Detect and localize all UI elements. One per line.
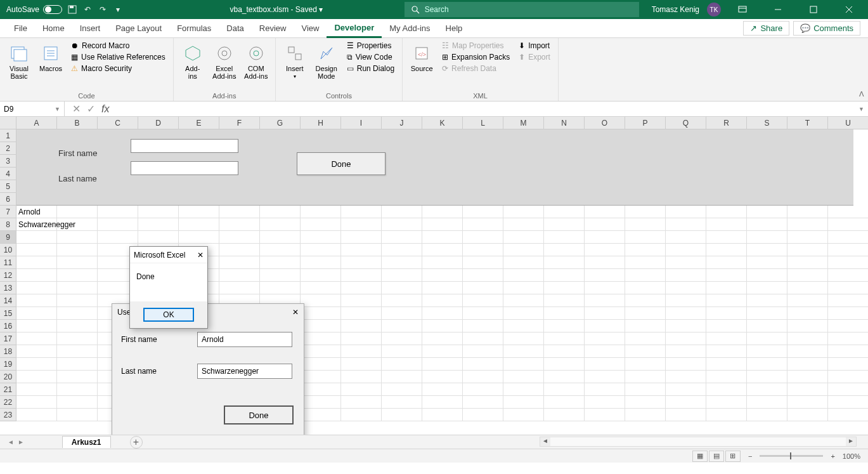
cell-J23[interactable] [382,409,422,421]
row-header-2[interactable]: 2 [0,142,16,155]
cell-S22[interactable] [747,396,787,409]
cell-N9[interactable] [544,231,585,244]
cell-M7[interactable] [503,206,544,218]
cell-U10[interactable] [828,244,868,256]
cell-J18[interactable] [382,345,422,358]
cell-M8[interactable] [503,218,544,231]
cell-P12[interactable] [625,269,666,282]
cell-A7[interactable]: Arnold [16,206,57,218]
cell-Q8[interactable] [666,218,706,231]
cell-M19[interactable] [503,358,544,371]
cell-L18[interactable] [463,345,503,358]
cell-A20[interactable] [16,371,57,383]
tab-developer[interactable]: Developer [327,19,382,38]
cell-I7[interactable] [341,206,382,218]
cell-I20[interactable] [341,371,382,383]
cell-T11[interactable] [787,256,828,269]
sheet-tab-arkusz1[interactable]: Arkusz1 [62,436,111,448]
cell-N8[interactable] [544,218,585,231]
cell-M15[interactable] [503,307,544,320]
cell-I18[interactable] [341,345,382,358]
cell-O15[interactable] [585,307,625,320]
row-header-5[interactable]: 5 [0,180,16,193]
autosave-toggle[interactable]: AutoSave [6,5,62,14]
cell-U13[interactable] [828,282,868,294]
cell-T14[interactable] [787,294,828,307]
cell-G9[interactable] [260,231,301,244]
cell-T17[interactable] [787,332,828,345]
ribbon-display-icon[interactable] [729,0,756,19]
cell-U19[interactable] [828,358,868,371]
cell-J20[interactable] [382,371,422,383]
cell-O16[interactable] [585,320,625,332]
cell-J12[interactable] [382,269,422,282]
cell-D7[interactable] [138,206,179,218]
spreadsheet-grid[interactable]: ABCDEFGHIJKLMNOPQRSTU 123456789101112131… [0,117,868,435]
cell-N19[interactable] [544,358,585,371]
cell-F12[interactable] [219,269,260,282]
cell-N12[interactable] [544,269,585,282]
col-header-T[interactable]: T [787,117,828,129]
cell-U22[interactable] [828,396,868,409]
cell-M12[interactable] [503,269,544,282]
cell-G13[interactable] [260,282,301,294]
cell-K20[interactable] [422,371,463,383]
cell-T7[interactable] [787,206,828,218]
cell-I14[interactable] [341,294,382,307]
cell-S21[interactable] [747,383,787,396]
search-box[interactable]: Search [405,2,639,17]
cell-C8[interactable] [98,218,138,231]
cell-T13[interactable] [787,282,828,294]
cell-A11[interactable] [16,256,57,269]
name-box[interactable]: D9▼ [0,102,65,116]
cell-Q11[interactable] [666,256,706,269]
zoom-slider[interactable] [760,455,823,457]
cell-M11[interactable] [503,256,544,269]
cell-G11[interactable] [260,256,301,269]
expansion-packs-button[interactable]: ⊞Expansion Packs [439,52,512,62]
col-header-O[interactable]: O [585,117,625,129]
cell-B17[interactable] [57,332,98,345]
cell-Q10[interactable] [666,244,706,256]
col-header-D[interactable]: D [138,117,179,129]
cell-A21[interactable] [16,383,57,396]
cell-I9[interactable] [341,231,382,244]
row-header-1[interactable]: 1 [0,129,16,142]
cell-E8[interactable] [179,218,219,231]
row-header-4[interactable]: 4 [0,168,16,180]
cell-Q15[interactable] [666,307,706,320]
cell-N14[interactable] [544,294,585,307]
design-mode-button[interactable]: Design Mode [313,41,340,91]
expand-formula-icon[interactable]: ▼ [855,106,868,112]
cell-S9[interactable] [747,231,787,244]
insert-control-button[interactable]: Insert▾ [281,41,309,91]
cell-B12[interactable] [57,269,98,282]
cell-S23[interactable] [747,409,787,421]
col-header-E[interactable]: E [179,117,219,129]
import-button[interactable]: ⬇Import [516,41,553,51]
cell-O21[interactable] [585,383,625,396]
cell-Q19[interactable] [666,358,706,371]
tab-insert[interactable]: Insert [72,19,108,38]
user-avatar[interactable]: TK [707,3,721,16]
col-header-K[interactable]: K [422,117,463,129]
cell-T9[interactable] [787,231,828,244]
cell-K21[interactable] [422,383,463,396]
cell-H15[interactable] [301,307,341,320]
tab-help[interactable]: Help [438,19,470,38]
cell-I13[interactable] [341,282,382,294]
maximize-icon[interactable] [800,0,827,19]
uf-done-button[interactable]: Done [224,405,294,425]
row-header-15[interactable]: 15 [0,307,16,320]
uf-first-name-input[interactable] [197,332,292,347]
cell-A10[interactable] [16,244,57,256]
cell-T23[interactable] [787,409,828,421]
cell-O11[interactable] [585,256,625,269]
undo-icon[interactable]: ↶ [82,4,93,15]
row-header-3[interactable]: 3 [0,155,16,168]
cell-R11[interactable] [706,256,747,269]
cell-R15[interactable] [706,307,747,320]
cell-B15[interactable] [57,307,98,320]
cell-P18[interactable] [625,345,666,358]
cell-G7[interactable] [260,206,301,218]
